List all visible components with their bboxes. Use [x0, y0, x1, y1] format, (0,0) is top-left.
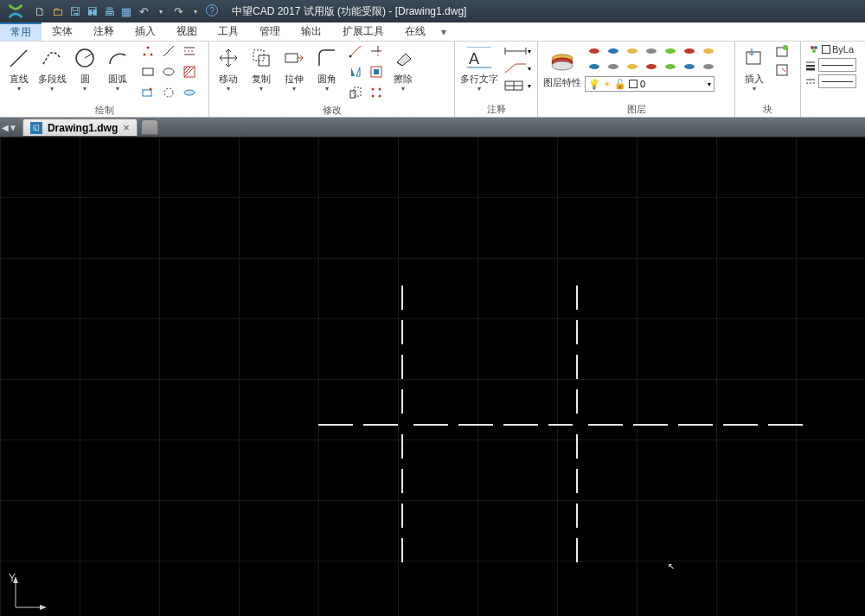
tool-layer-props[interactable]: 图层特性: [541, 43, 583, 92]
tab-list-icon[interactable]: ◀▼: [2, 123, 17, 132]
tool-polygon[interactable]: [180, 85, 199, 100]
undo-dd-icon[interactable]: ▾: [154, 4, 168, 18]
layer-tool-14[interactable]: [699, 59, 718, 74]
tool-line[interactable]: 直线▾: [3, 43, 35, 93]
panel-modify: 移动▾ 复制▾ 拉伸▾ 圆角▾: [209, 42, 455, 117]
layer-tool-10[interactable]: [623, 59, 642, 74]
tool-spline[interactable]: [138, 43, 157, 59]
tool-fillet[interactable]: 圆角▾: [311, 43, 343, 93]
layer-dropdown[interactable]: 💡 ☀ 🔓 0 ▾: [585, 76, 714, 92]
print-icon[interactable]: 🖶: [102, 4, 116, 18]
new-tab-button[interactable]: [141, 119, 158, 135]
move-icon: [215, 45, 241, 71]
svg-point-5: [151, 54, 153, 56]
layer-tool-2[interactable]: [604, 43, 623, 59]
tool-trim[interactable]: [367, 43, 386, 59]
layer-tool-13[interactable]: [680, 59, 699, 74]
new-icon[interactable]: 🗋: [33, 4, 47, 18]
tool-array[interactable]: [367, 85, 386, 100]
linetype-dd[interactable]: [804, 74, 856, 88]
tab-dropdown-icon[interactable]: ▾: [436, 22, 452, 41]
tab-ext-tools[interactable]: 扩展工具: [332, 22, 394, 41]
panel-annotate: A 多行文字▾ ▾ ▾ ▾ 注释: [455, 42, 538, 117]
tab-solid[interactable]: 实体: [42, 22, 83, 41]
redo-dd-icon[interactable]: ▾: [189, 4, 202, 18]
tool-block-insert[interactable]: 插入▾: [739, 43, 770, 93]
undo-icon[interactable]: ↶: [137, 4, 151, 18]
svg-point-30: [379, 88, 381, 91]
tab-online[interactable]: 在线: [394, 22, 436, 41]
layer-tool-6[interactable]: [680, 43, 699, 59]
tool-mirror[interactable]: [346, 64, 365, 80]
tool-move[interactable]: 移动▾: [213, 43, 244, 93]
svg-point-50: [684, 48, 695, 54]
svg-point-52: [589, 64, 599, 69]
layer-tool-9[interactable]: [604, 59, 623, 74]
tool-circle[interactable]: 圆▾: [69, 43, 100, 93]
tool-dim-linear[interactable]: ▾: [503, 43, 531, 59]
linetype-icon: [804, 75, 817, 87]
tab-annotate[interactable]: 注释: [83, 22, 125, 41]
svg-point-29: [372, 88, 375, 91]
tool-polyline[interactable]: 多段线▾: [36, 43, 67, 93]
close-tab-icon[interactable]: ×: [123, 121, 130, 134]
drawing-canvas[interactable]: Y ↖: [0, 137, 865, 616]
tool-region[interactable]: [159, 85, 178, 100]
file-tab-active[interactable]: ◱ Drawing1.dwg ×: [22, 119, 138, 136]
save-icon[interactable]: 🖫: [67, 4, 81, 18]
layer-tool-12[interactable]: [661, 59, 680, 74]
copy-icon: [248, 45, 274, 71]
panel-layer-title: 图层: [541, 103, 731, 117]
tool-ray[interactable]: [180, 43, 199, 59]
app-logo[interactable]: [3, 2, 28, 21]
tool-arc[interactable]: 圆弧▾: [102, 43, 133, 93]
svg-rect-16: [143, 90, 151, 96]
tab-view[interactable]: 视图: [166, 22, 208, 41]
svg-point-17: [150, 88, 152, 91]
layer-tool-5[interactable]: [661, 43, 680, 59]
saveall-icon[interactable]: 🖬: [85, 4, 99, 18]
file-tab-name: Drawing1.dwg: [48, 122, 118, 134]
tool-xline[interactable]: [159, 43, 178, 59]
tool-rect[interactable]: [138, 64, 157, 80]
help-icon[interactable]: ?: [206, 4, 218, 16]
tool-table[interactable]: ▾: [503, 78, 531, 93]
svg-point-46: [608, 48, 618, 54]
layer-tool-1[interactable]: [585, 43, 604, 59]
layer-tool-7[interactable]: [699, 43, 718, 59]
tab-manage[interactable]: 管理: [249, 22, 291, 41]
tool-stretch[interactable]: 拉伸▾: [279, 43, 310, 93]
tool-rotate[interactable]: [346, 43, 365, 59]
layer-tool-11[interactable]: [642, 59, 661, 74]
block-insert-icon: [741, 45, 767, 71]
sun-icon: ☀: [603, 79, 612, 90]
tool-hatch[interactable]: [180, 64, 199, 80]
svg-point-65: [812, 49, 816, 53]
tool-scale[interactable]: [346, 85, 365, 100]
tool-point[interactable]: [138, 85, 157, 100]
svg-point-45: [589, 48, 599, 54]
tab-output[interactable]: 输出: [291, 22, 332, 41]
ucs-icon: Y: [5, 571, 48, 614]
tool-copy[interactable]: 复制▾: [246, 43, 277, 93]
layer-tool-4[interactable]: [642, 43, 661, 59]
lineweight-dd[interactable]: [804, 58, 856, 72]
tool-mtext[interactable]: A 多行文字▾: [458, 43, 500, 93]
layer-tool-8[interactable]: [585, 59, 604, 74]
tab-common[interactable]: 常用: [0, 22, 42, 41]
redo-icon[interactable]: ↷: [171, 4, 185, 18]
preview-icon[interactable]: ▦: [119, 4, 133, 18]
tool-extend[interactable]: [367, 64, 386, 80]
tool-block-create[interactable]: [773, 43, 792, 59]
open-icon[interactable]: 🗀: [50, 4, 64, 18]
tab-tools[interactable]: 工具: [208, 22, 249, 41]
tool-erase[interactable]: 擦除▾: [388, 43, 419, 93]
tool-leader[interactable]: ▾: [503, 61, 531, 76]
tool-block-edit[interactable]: [773, 62, 792, 78]
tool-ellipse[interactable]: [159, 64, 178, 80]
svg-point-63: [811, 46, 814, 49]
svg-marker-74: [40, 605, 47, 610]
color-bylayer[interactable]: ByLa: [808, 43, 854, 55]
tab-insert[interactable]: 插入: [125, 22, 166, 41]
layer-tool-3[interactable]: [623, 43, 642, 59]
